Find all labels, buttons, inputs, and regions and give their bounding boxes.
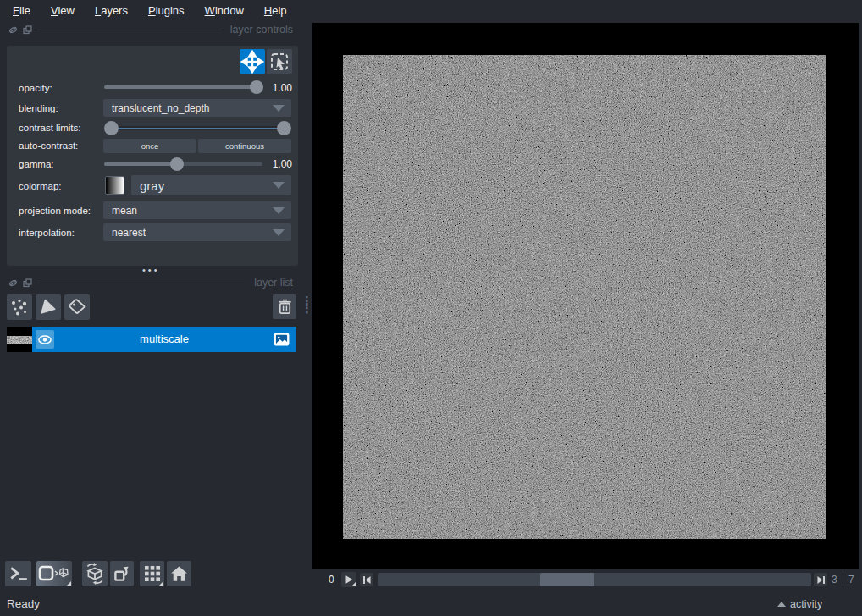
activity-dock-toggle[interactable]: activity [777, 598, 822, 610]
ndisplay-2d-3d-toggle-button[interactable] [36, 561, 72, 586]
hide-dock-icon[interactable] [8, 25, 18, 35]
labels-layer-icon [68, 298, 86, 316]
dimension-slider-track[interactable] [378, 573, 811, 586]
gamma-slider[interactable] [104, 162, 262, 166]
colormap-dropdown[interactable]: gray [131, 175, 291, 195]
titlebar-divider [37, 30, 222, 30]
home-icon [169, 564, 189, 584]
roll-dimensions-button[interactable] [82, 561, 108, 586]
projection-mode-dropdown[interactable]: mean [103, 201, 291, 219]
new-labels-layer-button[interactable] [64, 294, 90, 320]
opacity-slider-fill [104, 85, 257, 89]
status-bar: Ready activity [0, 592, 862, 616]
dimension-slider-row: 0 3 7 [312, 570, 859, 591]
chevron-down-icon [273, 105, 285, 112]
blending-value: translucent_no_depth [103, 102, 273, 114]
delete-layer-button[interactable] [273, 294, 296, 319]
menu-view[interactable]: View [41, 2, 84, 19]
chevron-down-icon [273, 229, 285, 236]
napari-viewer-window: File View Layers Plugins Window Help lay… [0, 0, 862, 616]
auto-contrast-label: auto-contrast: [19, 140, 78, 151]
menu-bar: File View Layers Plugins Window Help [0, 0, 862, 20]
layer-thumbnail [7, 327, 32, 352]
menu-plugins[interactable]: Plugins [139, 2, 194, 19]
pan-zoom-button[interactable] [240, 49, 265, 74]
colormap-gradient-swatch [105, 176, 124, 195]
activity-label: activity [790, 598, 822, 610]
opacity-label: opacity: [19, 83, 52, 93]
dimension-slider-handle[interactable] [540, 573, 594, 586]
skip-to-start-button[interactable] [360, 573, 373, 586]
menu-file[interactable]: File [3, 2, 40, 19]
trash-icon [276, 298, 294, 316]
total-steps-label: 7 [848, 574, 854, 586]
eye-icon [38, 335, 52, 344]
layer-controls-title: layer controls [230, 24, 293, 36]
titlebar-divider [37, 283, 244, 283]
colormap-label: colormap: [19, 181, 62, 191]
status-message: Ready [7, 597, 40, 610]
dock-splitter-handle[interactable]: ••• [142, 265, 160, 275]
float-dock-icon[interactable] [23, 278, 32, 288]
skip-start-icon [362, 575, 373, 586]
points-layer-icon [10, 298, 29, 316]
shapes-layer-icon [39, 298, 58, 316]
auto-contrast-once-button[interactable]: once [103, 139, 196, 153]
transpose-icon [112, 564, 132, 584]
skip-end-icon [815, 575, 826, 586]
contrast-max-handle[interactable] [277, 121, 291, 135]
blending-label: blending: [19, 103, 58, 113]
menu-help[interactable]: Help [255, 2, 296, 19]
axis-label: 0 [329, 574, 334, 586]
step-divider [843, 575, 843, 586]
roll-dims-icon [84, 563, 106, 585]
image-layer-icon [274, 333, 290, 346]
menu-indicator [67, 581, 71, 586]
gamma-slider-handle[interactable] [170, 157, 184, 171]
auto-contrast-continuous-button[interactable]: continuous [198, 139, 291, 153]
hide-dock-icon[interactable] [8, 278, 18, 288]
transform-button[interactable] [267, 49, 292, 74]
interpolation-dropdown[interactable]: nearest [103, 223, 291, 241]
transpose-dimensions-button[interactable] [110, 561, 134, 586]
layer-controls-titlebar: layer controls [0, 24, 308, 37]
opacity-slider[interactable] [104, 85, 262, 89]
new-points-layer-button[interactable] [7, 294, 32, 320]
contrast-range-line [111, 128, 285, 129]
menu-layers[interactable]: Layers [86, 2, 137, 19]
menu-indicator [159, 581, 163, 586]
float-dock-icon[interactable] [23, 25, 32, 35]
pan-arrows-icon [240, 49, 265, 74]
blending-dropdown[interactable]: translucent_no_depth [103, 99, 291, 117]
contrast-min-handle[interactable] [104, 121, 119, 135]
grid-icon [143, 564, 162, 583]
viewer-canvas[interactable] [312, 23, 859, 569]
projection-mode-label: projection mode: [19, 206, 91, 216]
chevron-down-icon [273, 182, 285, 189]
opacity-value: 1.00 [260, 82, 292, 94]
layer-visibility-button[interactable] [36, 330, 54, 349]
gamma-label: gamma: [19, 159, 54, 169]
interpolation-label: interpolation: [19, 228, 75, 238]
play-button[interactable] [341, 572, 356, 587]
layer-list-title: layer list [254, 277, 293, 289]
projection-mode-value: mean [103, 205, 273, 217]
layer-list-titlebar: layer list [0, 277, 308, 290]
multiscale-noise-image [343, 55, 826, 539]
contrast-limits-slider[interactable] [104, 126, 291, 130]
grid-view-button[interactable] [140, 561, 164, 586]
gamma-value: 1.00 [260, 158, 292, 170]
layer-row-multiscale[interactable]: multiscale [32, 327, 296, 352]
home-reset-view-button[interactable] [167, 561, 191, 586]
contrast-limits-label: contrast limits: [19, 123, 81, 133]
gamma-slider-fill [104, 162, 177, 166]
menu-window[interactable]: Window [196, 2, 253, 19]
new-shapes-layer-button[interactable] [36, 294, 61, 320]
colormap-value: gray [131, 179, 273, 193]
console-icon [8, 564, 29, 584]
skip-to-end-button[interactable] [814, 573, 827, 586]
layer-list-drag-handle[interactable]: ⋮⋮ [301, 298, 313, 311]
interpolation-value: nearest [103, 227, 273, 239]
console-button[interactable] [5, 561, 31, 586]
layer-controls-panel: opacity: 1.00 blending: translucent_no_d… [7, 46, 298, 266]
